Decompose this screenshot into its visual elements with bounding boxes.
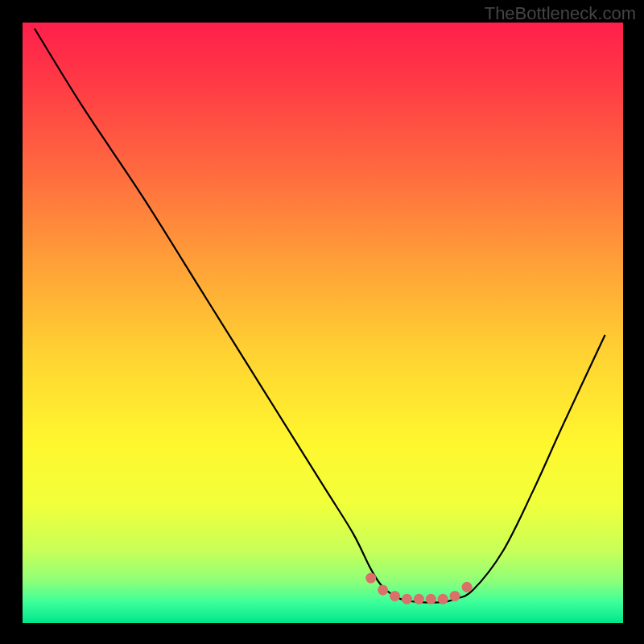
marker-dot — [365, 573, 376, 584]
watermark-text: TheBottleneck.com — [485, 3, 636, 24]
marker-dot — [402, 594, 412, 605]
marker-dot — [414, 594, 424, 605]
gradient-background — [23, 23, 623, 623]
marker-dot — [378, 584, 388, 595]
marker-dot — [462, 582, 473, 592]
marker-dot — [438, 594, 448, 605]
chart-container: TheBottleneck.com — [0, 0, 644, 644]
chart-svg — [23, 23, 623, 623]
marker-dot — [426, 594, 436, 605]
marker-dot — [390, 591, 400, 601]
plot-area — [23, 23, 623, 623]
marker-dot — [450, 591, 460, 601]
